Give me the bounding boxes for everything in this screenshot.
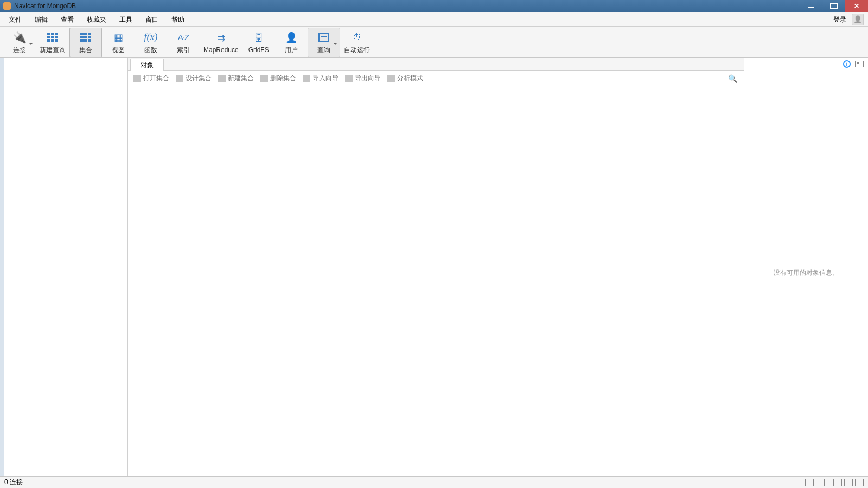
info-empty-text: 没有可用的对象信息。 xyxy=(774,268,839,278)
new-icon xyxy=(218,75,226,82)
menu-view[interactable]: 查看 xyxy=(54,12,80,27)
main-area: 对象 打开集合 设计集合 新建集合 删除集合 导入向导 导出向导 分析模式 🔍 … xyxy=(0,58,868,476)
delete-icon xyxy=(260,75,268,82)
toolbar-view[interactable]: ▦ 视图 xyxy=(102,28,135,57)
left-gutter xyxy=(0,58,4,476)
toolbar-user[interactable]: 👤 用户 xyxy=(275,28,308,57)
maximize-button[interactable] xyxy=(822,0,845,12)
open-icon xyxy=(133,75,141,82)
search-icon[interactable]: 🔍 xyxy=(728,74,741,83)
delete-collection-button[interactable]: 删除集合 xyxy=(258,74,298,83)
tab-objects[interactable]: 对象 xyxy=(130,59,164,71)
open-collection-button[interactable]: 打开集合 xyxy=(131,74,171,83)
toolbar-view-label: 视图 xyxy=(112,46,125,55)
menu-tools[interactable]: 工具 xyxy=(113,12,139,27)
menu-file[interactable]: 文件 xyxy=(2,12,28,27)
toolbar-collection[interactable]: 集合 xyxy=(69,28,102,57)
object-list-area xyxy=(128,86,744,476)
view-mode-split-icon[interactable] xyxy=(844,479,853,486)
tab-bar: 对象 xyxy=(128,58,744,71)
info-icon[interactable] xyxy=(843,60,851,68)
center-panel: 对象 打开集合 设计集合 新建集合 删除集合 导入向导 导出向导 分析模式 🔍 xyxy=(128,58,744,476)
view-mode-right-icon[interactable] xyxy=(855,479,864,486)
index-icon: A·Z xyxy=(176,31,191,44)
design-icon xyxy=(176,75,183,82)
function-icon: f(x) xyxy=(143,31,158,44)
minimize-button[interactable] xyxy=(800,0,822,12)
toolbar-gridfs[interactable]: 🗄 GridFS xyxy=(242,28,275,57)
title-bar: Navicat for MongoDB xyxy=(0,0,868,12)
import-wizard-button[interactable]: 导入向导 xyxy=(301,74,341,83)
toolbar-autorun[interactable]: ⏱ 自动运行 xyxy=(340,28,374,57)
detail-card-icon[interactable] xyxy=(855,61,864,67)
status-connections: 0 连接 xyxy=(4,478,23,487)
navigation-panel[interactable] xyxy=(4,58,128,476)
toolbar-query[interactable]: 查询 xyxy=(308,28,340,57)
toolbar-mapreduce[interactable]: ⇉ MapReduce xyxy=(200,28,242,57)
design-collection-button[interactable]: 设计集合 xyxy=(174,74,214,83)
query-icon xyxy=(316,31,331,44)
mapreduce-icon: ⇉ xyxy=(213,31,228,44)
toolbar-collection-label: 集合 xyxy=(79,46,92,55)
toolbar-index-label: 索引 xyxy=(177,46,190,55)
view-mode-detail-icon[interactable] xyxy=(833,479,842,486)
autorun-icon: ⏱ xyxy=(349,31,365,44)
view-icon: ▦ xyxy=(111,31,126,44)
menu-edit[interactable]: 编辑 xyxy=(28,12,54,27)
analyze-schema-button[interactable]: 分析模式 xyxy=(385,74,425,83)
import-icon xyxy=(303,75,310,82)
toolbar-function-label: 函数 xyxy=(144,46,157,55)
menu-window[interactable]: 窗口 xyxy=(139,12,165,27)
info-panel: 没有可用的对象信息。 xyxy=(744,58,868,476)
export-icon xyxy=(345,75,353,82)
user-icon: 👤 xyxy=(284,31,299,44)
menu-help[interactable]: 帮助 xyxy=(165,12,191,27)
toolbar-query-label: 查询 xyxy=(317,46,330,55)
app-icon xyxy=(3,2,11,10)
collection-icon xyxy=(78,31,93,44)
export-wizard-button[interactable]: 导出向导 xyxy=(343,74,383,83)
new-query-icon xyxy=(45,31,60,44)
toolbar-connect-label: 连接 xyxy=(13,46,26,55)
toolbar-new-query[interactable]: 新建查询 xyxy=(36,28,69,57)
toolbar-autorun-label: 自动运行 xyxy=(344,46,370,55)
toolbar-index[interactable]: A·Z 索引 xyxy=(167,28,200,57)
object-toolbar: 打开集合 设计集合 新建集合 删除集合 导入向导 导出向导 分析模式 🔍 xyxy=(128,71,744,86)
toolbar-new-query-label: 新建查询 xyxy=(40,46,66,55)
status-bar: 0 连接 xyxy=(0,476,868,488)
analyze-icon xyxy=(387,75,395,82)
view-mode-grid-icon[interactable] xyxy=(805,479,814,486)
avatar-icon[interactable] xyxy=(852,14,864,25)
window-title: Navicat for MongoDB xyxy=(14,2,76,10)
close-button[interactable] xyxy=(845,0,868,12)
login-link[interactable]: 登录 xyxy=(830,12,850,27)
new-collection-button[interactable]: 新建集合 xyxy=(216,74,256,83)
menu-favorites[interactable]: 收藏夹 xyxy=(80,12,113,27)
toolbar-gridfs-label: GridFS xyxy=(248,46,269,54)
plug-icon: 🔌 xyxy=(12,31,27,44)
view-mode-list-icon[interactable] xyxy=(816,479,825,486)
gridfs-icon: 🗄 xyxy=(251,31,266,44)
toolbar-mapreduce-label: MapReduce xyxy=(203,46,239,54)
toolbar-connect[interactable]: 🔌 连接 xyxy=(3,28,36,57)
menu-bar: 文件 编辑 查看 收藏夹 工具 窗口 帮助 登录 xyxy=(0,12,868,27)
main-toolbar: 🔌 连接 新建查询 集合 ▦ 视图 f(x) 函数 A·Z 索引 ⇉ MapRe… xyxy=(0,27,868,58)
toolbar-user-label: 用户 xyxy=(285,46,298,55)
toolbar-function[interactable]: f(x) 函数 xyxy=(135,28,167,57)
